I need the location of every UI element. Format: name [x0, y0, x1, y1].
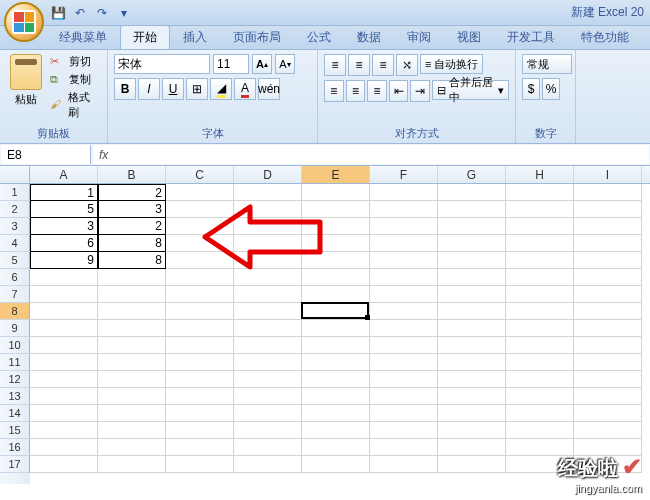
cell-G2[interactable]: [438, 201, 506, 218]
cell-I10[interactable]: [574, 337, 642, 354]
tab-insert[interactable]: 插入: [170, 25, 220, 49]
tab-classic[interactable]: 经典菜单: [46, 25, 120, 49]
cell-G5[interactable]: [438, 252, 506, 269]
cell-B11[interactable]: [98, 354, 166, 371]
cell-F11[interactable]: [370, 354, 438, 371]
formula-bar[interactable]: fx: [93, 145, 649, 164]
cell-G11[interactable]: [438, 354, 506, 371]
cell-A7[interactable]: [30, 286, 98, 303]
row-header-10[interactable]: 10: [0, 337, 30, 354]
cell-G4[interactable]: [438, 235, 506, 252]
cell-E13[interactable]: [302, 388, 370, 405]
cell-C1[interactable]: [166, 184, 234, 201]
cell-B14[interactable]: [98, 405, 166, 422]
row-header-14[interactable]: 14: [0, 405, 30, 422]
cell-A13[interactable]: [30, 388, 98, 405]
row-header-16[interactable]: 16: [0, 439, 30, 456]
cell-E16[interactable]: [302, 439, 370, 456]
row-header-13[interactable]: 13: [0, 388, 30, 405]
cell-C11[interactable]: [166, 354, 234, 371]
name-box[interactable]: E8: [1, 145, 91, 164]
cell-G16[interactable]: [438, 439, 506, 456]
cell-E2[interactable]: [302, 201, 370, 218]
cell-I6[interactable]: [574, 269, 642, 286]
align-center-button[interactable]: ≡: [346, 80, 366, 102]
cell-H10[interactable]: [506, 337, 574, 354]
number-format-select[interactable]: 常规: [522, 54, 572, 74]
cell-A17[interactable]: [30, 456, 98, 473]
cell-H12[interactable]: [506, 371, 574, 388]
cell-B10[interactable]: [98, 337, 166, 354]
column-header-D[interactable]: D: [234, 166, 302, 183]
column-header-E[interactable]: E: [302, 166, 370, 183]
row-header-8[interactable]: 8: [0, 303, 30, 320]
tab-dev[interactable]: 开发工具: [494, 25, 568, 49]
column-header-G[interactable]: G: [438, 166, 506, 183]
cell-H14[interactable]: [506, 405, 574, 422]
row-header-2[interactable]: 2: [0, 201, 30, 218]
cell-D8[interactable]: [234, 303, 302, 320]
cell-F8[interactable]: [370, 303, 438, 320]
cell-F1[interactable]: [370, 184, 438, 201]
cell-F17[interactable]: [370, 456, 438, 473]
cell-F3[interactable]: [370, 218, 438, 235]
cell-D12[interactable]: [234, 371, 302, 388]
cell-I15[interactable]: [574, 422, 642, 439]
cell-E3[interactable]: [302, 218, 370, 235]
align-bottom-button[interactable]: ≡: [372, 54, 394, 76]
cell-A4[interactable]: 6: [30, 235, 98, 252]
fill-color-button[interactable]: ◢: [210, 78, 232, 100]
cell-H11[interactable]: [506, 354, 574, 371]
cell-C5[interactable]: [166, 252, 234, 269]
cell-F5[interactable]: [370, 252, 438, 269]
cell-H7[interactable]: [506, 286, 574, 303]
copy-button[interactable]: ⧉复制: [50, 72, 101, 87]
phonetic-button[interactable]: wén: [258, 78, 280, 100]
cell-D9[interactable]: [234, 320, 302, 337]
cell-G15[interactable]: [438, 422, 506, 439]
row-header-17[interactable]: 17: [0, 456, 30, 473]
cell-A3[interactable]: 3: [30, 218, 98, 235]
align-top-button[interactable]: ≡: [324, 54, 346, 76]
row-header-15[interactable]: 15: [0, 422, 30, 439]
cell-E14[interactable]: [302, 405, 370, 422]
cell-F16[interactable]: [370, 439, 438, 456]
cell-A6[interactable]: [30, 269, 98, 286]
cell-F12[interactable]: [370, 371, 438, 388]
cell-F2[interactable]: [370, 201, 438, 218]
cell-E4[interactable]: [302, 235, 370, 252]
cell-E7[interactable]: [302, 286, 370, 303]
align-left-button[interactable]: ≡: [324, 80, 344, 102]
cell-C10[interactable]: [166, 337, 234, 354]
cell-H8[interactable]: [506, 303, 574, 320]
cell-G17[interactable]: [438, 456, 506, 473]
cell-B3[interactable]: 2: [98, 218, 166, 235]
decrease-indent-button[interactable]: ⇤: [389, 80, 409, 102]
cell-C13[interactable]: [166, 388, 234, 405]
underline-button[interactable]: U: [162, 78, 184, 100]
cell-H3[interactable]: [506, 218, 574, 235]
cell-C15[interactable]: [166, 422, 234, 439]
cell-D1[interactable]: [234, 184, 302, 201]
cell-F10[interactable]: [370, 337, 438, 354]
row-header-12[interactable]: 12: [0, 371, 30, 388]
cell-H2[interactable]: [506, 201, 574, 218]
align-right-button[interactable]: ≡: [367, 80, 387, 102]
cell-F14[interactable]: [370, 405, 438, 422]
cell-F9[interactable]: [370, 320, 438, 337]
cell-D16[interactable]: [234, 439, 302, 456]
cell-A14[interactable]: [30, 405, 98, 422]
cell-B6[interactable]: [98, 269, 166, 286]
cell-C4[interactable]: [166, 235, 234, 252]
cell-D5[interactable]: [234, 252, 302, 269]
tab-layout[interactable]: 页面布局: [220, 25, 294, 49]
cell-C8[interactable]: [166, 303, 234, 320]
cell-D10[interactable]: [234, 337, 302, 354]
cell-H13[interactable]: [506, 388, 574, 405]
cell-A11[interactable]: [30, 354, 98, 371]
cell-B5[interactable]: 8: [98, 252, 166, 269]
wrap-text-button[interactable]: ≡自动换行: [420, 54, 483, 74]
cell-A9[interactable]: [30, 320, 98, 337]
cell-B7[interactable]: [98, 286, 166, 303]
cell-C2[interactable]: [166, 201, 234, 218]
